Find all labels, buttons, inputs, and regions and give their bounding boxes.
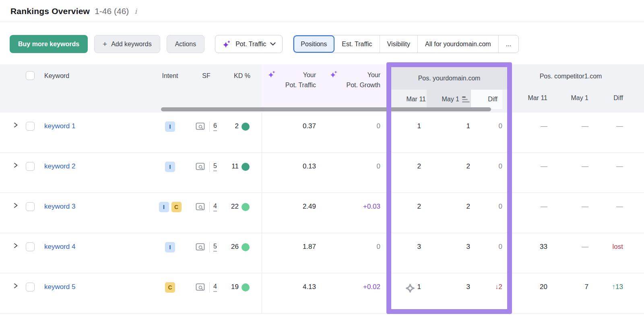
col-pot-traffic-line1: Your bbox=[303, 72, 316, 78]
col-pot-traffic[interactable]: Your Pot. Traffic bbox=[262, 64, 318, 113]
pos-competitor1-may1: — bbox=[552, 153, 592, 193]
tab-est-traffic[interactable]: Est. Traffic bbox=[334, 35, 380, 53]
col-sf[interactable]: SF bbox=[189, 64, 223, 113]
actions-button[interactable]: Actions bbox=[167, 35, 204, 53]
serp-preview-icon[interactable] bbox=[196, 243, 206, 252]
col-keyword[interactable]: Keyword bbox=[44, 64, 151, 113]
tab-all-for-yourdomain[interactable]: All for yourdomain.com bbox=[418, 35, 499, 53]
chevron-right-icon[interactable] bbox=[13, 162, 19, 168]
intent-badge-commercial[interactable]: C bbox=[171, 202, 182, 212]
sf-divider bbox=[209, 121, 210, 132]
serp-preview-icon[interactable] bbox=[196, 203, 206, 211]
sf-divider bbox=[209, 202, 210, 212]
row-checkbox[interactable] bbox=[26, 202, 35, 211]
pot-traffic-value: 4.13 bbox=[262, 273, 318, 313]
row-checkbox[interactable] bbox=[26, 162, 35, 171]
select-all-checkbox[interactable] bbox=[26, 71, 35, 80]
view-tabs: Positions Est. Traffic Visibility All fo… bbox=[293, 35, 519, 53]
pos-yourdomain-mar11: 1 bbox=[386, 273, 427, 313]
table-row: keyword 3 IC 4 22 2.49 +0.03 2 2 0 — — — bbox=[0, 193, 644, 233]
pos-competitor1-diff: — bbox=[592, 153, 644, 193]
intent-badge-informational[interactable]: I bbox=[165, 121, 175, 132]
kd-value: 26 bbox=[231, 243, 239, 251]
sf-count[interactable]: 5 bbox=[213, 243, 217, 252]
pos-competitor1-mar11: — bbox=[512, 193, 552, 233]
pot-growth-value: 0 bbox=[318, 233, 386, 273]
table-row: keyword 4 I 5 26 1.87 0 3 3 0 33 — lost bbox=[0, 233, 644, 273]
competitor1-date-may1[interactable]: May 1 bbox=[552, 88, 592, 108]
competitor1-date-mar11[interactable]: Mar 11 bbox=[512, 88, 552, 108]
intent-badge-commercial[interactable]: C bbox=[165, 282, 175, 293]
yourdomain-date-may1[interactable]: May 1 bbox=[427, 90, 471, 109]
row-checkbox[interactable] bbox=[26, 122, 35, 131]
col-kd[interactable]: KD % bbox=[223, 64, 262, 113]
pos-yourdomain-may1: 3 bbox=[427, 233, 476, 273]
chevron-right-icon[interactable] bbox=[13, 243, 19, 248]
intent-badge-informational[interactable]: I bbox=[165, 162, 175, 172]
buy-more-keywords-button[interactable]: Buy more keywords bbox=[10, 35, 88, 53]
pot-growth-value: 0 bbox=[318, 113, 386, 152]
pos-competitor1-may1: — bbox=[552, 233, 592, 273]
group-pos-yourdomain-label: Pos. yourdomain.com bbox=[391, 67, 507, 90]
chevron-right-icon[interactable] bbox=[13, 203, 19, 208]
pot-growth-value: +0.03 bbox=[318, 193, 386, 233]
serp-preview-icon[interactable] bbox=[196, 283, 206, 292]
pot-traffic-value: 2.49 bbox=[262, 193, 318, 233]
pos-competitor1-may1: — bbox=[552, 113, 592, 152]
pos-competitor1-mar11: — bbox=[512, 113, 552, 152]
pos-yourdomain-diff: 0 bbox=[476, 113, 512, 152]
metric-dropdown[interactable]: Pot. Traffic bbox=[215, 35, 283, 53]
yourdomain-date-diff[interactable]: Diff bbox=[471, 90, 502, 109]
keyword-link[interactable]: keyword 2 bbox=[44, 162, 75, 170]
chevron-right-icon[interactable] bbox=[13, 283, 19, 289]
col-pot-growth[interactable]: Your Pot. Growth bbox=[318, 64, 386, 113]
page-title: Rankings Overview bbox=[10, 6, 90, 16]
sf-count[interactable]: 4 bbox=[213, 203, 217, 211]
pos-competitor1-diff: lost bbox=[592, 233, 644, 273]
pos-competitor1-may1: 7 bbox=[552, 273, 592, 313]
add-keywords-button[interactable]: + Add keywords bbox=[94, 35, 160, 53]
kd-value: 11 bbox=[231, 162, 239, 170]
pos-competitor1-diff: — bbox=[592, 193, 644, 233]
rankings-table: Keyword Intent SF KD % Your Pot. Traffic… bbox=[0, 64, 644, 314]
tab-positions[interactable]: Positions bbox=[293, 35, 334, 53]
horizontal-scrollbar[interactable] bbox=[161, 107, 491, 111]
col-intent[interactable]: Intent bbox=[151, 64, 189, 113]
sf-count[interactable]: 6 bbox=[213, 122, 217, 131]
pos-yourdomain-diff: 0 bbox=[476, 233, 512, 273]
row-checkbox[interactable] bbox=[26, 283, 35, 291]
group-pos-competitor1-label: Pos. competitor1.com bbox=[512, 64, 644, 88]
serp-preview-icon[interactable] bbox=[196, 162, 206, 171]
keyword-link[interactable]: keyword 3 bbox=[44, 203, 75, 211]
kd-difficulty-dot bbox=[242, 163, 250, 171]
toolbar: Buy more keywords + Add keywords Actions… bbox=[0, 22, 644, 53]
tab-visibility[interactable]: Visibility bbox=[380, 35, 418, 53]
keyword-link[interactable]: keyword 5 bbox=[44, 283, 75, 291]
kd-value: 19 bbox=[231, 283, 239, 291]
intent-badge-informational[interactable]: I bbox=[159, 202, 169, 212]
serp-preview-icon[interactable] bbox=[196, 122, 206, 131]
yourdomain-date-mar11[interactable]: Mar 11 bbox=[391, 90, 427, 109]
pos-competitor1-may1: — bbox=[552, 193, 592, 233]
pos-yourdomain-mar11: 3 bbox=[386, 233, 427, 273]
pos-yourdomain-mar11: 2 bbox=[386, 193, 427, 233]
metric-dropdown-label: Pot. Traffic bbox=[235, 41, 266, 48]
col-pot-growth-line1: Your bbox=[367, 72, 380, 78]
chevron-right-icon[interactable] bbox=[13, 122, 19, 128]
table-row: keyword 2 I 5 11 0.13 0 2 2 0 — — — bbox=[0, 153, 644, 193]
sf-divider bbox=[209, 242, 210, 252]
keyword-link[interactable]: keyword 4 bbox=[44, 243, 75, 251]
intent-badge-informational[interactable]: I bbox=[165, 242, 175, 252]
keyword-link[interactable]: keyword 1 bbox=[44, 122, 75, 130]
sf-count[interactable]: 5 bbox=[213, 162, 217, 171]
tab-more[interactable]: ... bbox=[499, 35, 518, 53]
info-icon[interactable]: i bbox=[134, 7, 136, 15]
competitor1-date-diff[interactable]: Diff bbox=[592, 88, 644, 108]
pos-yourdomain-diff: ↓2 bbox=[476, 273, 512, 313]
yourdomain-date-may1-label: May 1 bbox=[442, 96, 459, 103]
plus-icon: + bbox=[103, 40, 107, 48]
pot-traffic-value: 0.37 bbox=[262, 113, 318, 152]
sf-divider bbox=[209, 282, 210, 293]
row-checkbox[interactable] bbox=[26, 242, 35, 251]
sf-count[interactable]: 4 bbox=[213, 283, 217, 292]
